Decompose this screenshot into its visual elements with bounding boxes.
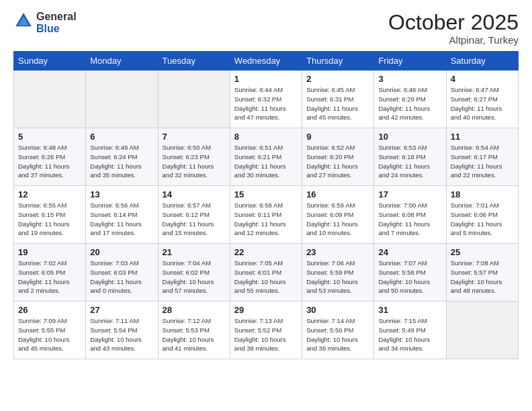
day-info: Sunrise: 6:58 AM Sunset: 6:11 PM Dayligh…	[234, 201, 298, 238]
day-cell: 23Sunrise: 7:06 AM Sunset: 5:59 PM Dayli…	[306, 247, 369, 298]
day-number: 5	[18, 132, 81, 142]
day-cell: 16Sunrise: 6:59 AM Sunset: 6:09 PM Dayli…	[306, 189, 369, 240]
calendar-week-row: 12Sunrise: 6:55 AM Sunset: 6:15 PM Dayli…	[14, 186, 519, 244]
day-info: Sunrise: 6:44 AM Sunset: 6:32 PM Dayligh…	[234, 85, 298, 122]
day-cell: 20Sunrise: 7:03 AM Sunset: 6:03 PM Dayli…	[90, 247, 153, 298]
day-info: Sunrise: 6:51 AM Sunset: 6:21 PM Dayligh…	[234, 143, 298, 180]
day-info: Sunrise: 7:05 AM Sunset: 6:01 PM Dayligh…	[234, 259, 298, 295]
table-row	[14, 71, 86, 128]
header-thursday: Thursday	[302, 52, 374, 71]
day-cell: 1Sunrise: 6:44 AM Sunset: 6:32 PM Daylig…	[234, 74, 298, 124]
day-number: 22	[234, 247, 298, 257]
day-number: 12	[18, 189, 81, 199]
page: General Blue October 2025 Altpinar, Turk…	[0, 0, 532, 367]
header-saturday: Saturday	[446, 52, 518, 71]
day-info: Sunrise: 7:06 AM Sunset: 5:59 PM Dayligh…	[306, 259, 369, 295]
day-number: 14	[163, 189, 226, 199]
day-number: 13	[90, 189, 153, 199]
weekday-header-row: Sunday Monday Tuesday Wednesday Thursday…	[14, 52, 519, 71]
table-row: 31Sunrise: 7:15 AM Sunset: 5:49 PM Dayli…	[374, 302, 446, 359]
table-row: 7Sunrise: 6:50 AM Sunset: 6:23 PM Daylig…	[158, 128, 230, 186]
day-cell: 21Sunrise: 7:04 AM Sunset: 6:02 PM Dayli…	[163, 247, 226, 298]
calendar-table: Sunday Monday Tuesday Wednesday Thursday…	[13, 51, 519, 359]
table-row: 30Sunrise: 7:14 AM Sunset: 5:50 PM Dayli…	[302, 302, 374, 359]
table-row: 26Sunrise: 7:09 AM Sunset: 5:55 PM Dayli…	[14, 302, 86, 359]
day-cell: 24Sunrise: 7:07 AM Sunset: 5:58 PM Dayli…	[378, 247, 441, 298]
day-cell: 12Sunrise: 6:55 AM Sunset: 6:15 PM Dayli…	[18, 189, 81, 240]
day-info: Sunrise: 7:08 AM Sunset: 5:57 PM Dayligh…	[451, 259, 514, 295]
day-number: 2	[306, 74, 369, 84]
header-sunday: Sunday	[14, 52, 86, 71]
table-row: 18Sunrise: 7:01 AM Sunset: 6:06 PM Dayli…	[446, 186, 518, 244]
day-info: Sunrise: 7:09 AM Sunset: 5:55 PM Dayligh…	[18, 316, 81, 353]
day-info: Sunrise: 6:53 AM Sunset: 6:18 PM Dayligh…	[378, 143, 441, 180]
day-cell: 30Sunrise: 7:14 AM Sunset: 5:50 PM Dayli…	[306, 305, 369, 355]
day-info: Sunrise: 7:04 AM Sunset: 6:02 PM Dayligh…	[163, 259, 226, 295]
day-number: 4	[451, 74, 514, 84]
day-info: Sunrise: 7:13 AM Sunset: 5:52 PM Dayligh…	[234, 316, 298, 353]
day-cell: 3Sunrise: 6:46 AM Sunset: 6:29 PM Daylig…	[378, 74, 441, 124]
day-info: Sunrise: 7:03 AM Sunset: 6:03 PM Dayligh…	[90, 259, 153, 295]
day-info: Sunrise: 6:48 AM Sunset: 6:26 PM Dayligh…	[18, 143, 81, 180]
table-row: 25Sunrise: 7:08 AM Sunset: 5:57 PM Dayli…	[446, 244, 518, 302]
day-info: Sunrise: 7:15 AM Sunset: 5:49 PM Dayligh…	[378, 316, 441, 353]
calendar-week-row: 1Sunrise: 6:44 AM Sunset: 6:32 PM Daylig…	[14, 71, 519, 128]
day-number: 21	[163, 247, 226, 257]
logo-blue-text: Blue	[36, 23, 77, 35]
table-row: 1Sunrise: 6:44 AM Sunset: 6:32 PM Daylig…	[230, 71, 302, 128]
calendar-week-row: 19Sunrise: 7:02 AM Sunset: 6:05 PM Dayli…	[14, 244, 519, 302]
day-cell: 14Sunrise: 6:57 AM Sunset: 6:12 PM Dayli…	[163, 189, 226, 240]
day-info: Sunrise: 6:56 AM Sunset: 6:14 PM Dayligh…	[90, 201, 153, 238]
day-number: 8	[234, 132, 298, 142]
header: General Blue October 2025 Altpinar, Turk…	[13, 11, 519, 46]
day-number: 24	[378, 247, 441, 257]
day-cell: 5Sunrise: 6:48 AM Sunset: 6:26 PM Daylig…	[18, 132, 81, 182]
day-info: Sunrise: 7:14 AM Sunset: 5:50 PM Dayligh…	[306, 316, 369, 353]
day-cell: 18Sunrise: 7:01 AM Sunset: 6:06 PM Dayli…	[451, 189, 514, 240]
day-cell: 19Sunrise: 7:02 AM Sunset: 6:05 PM Dayli…	[18, 247, 81, 298]
day-info: Sunrise: 7:07 AM Sunset: 5:58 PM Dayligh…	[378, 259, 441, 295]
day-info: Sunrise: 6:47 AM Sunset: 6:27 PM Dayligh…	[451, 85, 514, 122]
day-info: Sunrise: 6:49 AM Sunset: 6:24 PM Dayligh…	[90, 143, 153, 180]
table-row: 19Sunrise: 7:02 AM Sunset: 6:05 PM Dayli…	[14, 244, 86, 302]
day-number: 18	[451, 189, 514, 199]
day-number: 23	[306, 247, 369, 257]
table-row: 29Sunrise: 7:13 AM Sunset: 5:52 PM Dayli…	[230, 302, 302, 359]
table-row: 6Sunrise: 6:49 AM Sunset: 6:24 PM Daylig…	[86, 128, 158, 186]
day-cell: 13Sunrise: 6:56 AM Sunset: 6:14 PM Dayli…	[90, 189, 153, 240]
header-friday: Friday	[374, 52, 446, 71]
day-cell: 6Sunrise: 6:49 AM Sunset: 6:24 PM Daylig…	[90, 132, 153, 182]
day-info: Sunrise: 6:45 AM Sunset: 6:31 PM Dayligh…	[306, 85, 369, 122]
day-info: Sunrise: 6:59 AM Sunset: 6:09 PM Dayligh…	[306, 201, 369, 238]
calendar-week-row: 5Sunrise: 6:48 AM Sunset: 6:26 PM Daylig…	[14, 128, 519, 186]
day-number: 26	[18, 305, 81, 315]
day-info: Sunrise: 7:12 AM Sunset: 5:53 PM Dayligh…	[163, 316, 226, 353]
table-row: 2Sunrise: 6:45 AM Sunset: 6:31 PM Daylig…	[302, 71, 374, 128]
day-number: 16	[306, 189, 369, 199]
table-row: 5Sunrise: 6:48 AM Sunset: 6:26 PM Daylig…	[14, 128, 86, 186]
day-info: Sunrise: 7:01 AM Sunset: 6:06 PM Dayligh…	[451, 201, 514, 238]
table-row: 28Sunrise: 7:12 AM Sunset: 5:53 PM Dayli…	[158, 302, 230, 359]
table-row	[86, 71, 158, 128]
logo-icon	[13, 11, 34, 31]
day-number: 29	[234, 305, 298, 315]
day-number: 25	[451, 247, 514, 257]
table-row: 15Sunrise: 6:58 AM Sunset: 6:11 PM Dayli…	[230, 186, 302, 244]
table-row: 24Sunrise: 7:07 AM Sunset: 5:58 PM Dayli…	[374, 244, 446, 302]
table-row: 11Sunrise: 6:54 AM Sunset: 6:17 PM Dayli…	[446, 128, 518, 186]
day-info: Sunrise: 6:55 AM Sunset: 6:15 PM Dayligh…	[18, 201, 81, 238]
day-cell: 27Sunrise: 7:11 AM Sunset: 5:54 PM Dayli…	[90, 305, 153, 355]
title-month: October 2025	[388, 11, 519, 34]
day-number: 3	[378, 74, 441, 84]
logo-general: General	[36, 11, 77, 23]
table-row: 22Sunrise: 7:05 AM Sunset: 6:01 PM Dayli…	[230, 244, 302, 302]
day-cell: 8Sunrise: 6:51 AM Sunset: 6:21 PM Daylig…	[234, 132, 298, 182]
title-block: October 2025 Altpinar, Turkey	[388, 11, 519, 46]
table-row: 9Sunrise: 6:52 AM Sunset: 6:20 PM Daylig…	[302, 128, 374, 186]
day-number: 27	[90, 305, 153, 315]
table-row: 14Sunrise: 6:57 AM Sunset: 6:12 PM Dayli…	[158, 186, 230, 244]
calendar-body: 1Sunrise: 6:44 AM Sunset: 6:32 PM Daylig…	[14, 71, 519, 359]
day-number: 7	[163, 132, 226, 142]
title-location: Altpinar, Turkey	[388, 34, 519, 46]
day-cell: 25Sunrise: 7:08 AM Sunset: 5:57 PM Dayli…	[451, 247, 514, 298]
